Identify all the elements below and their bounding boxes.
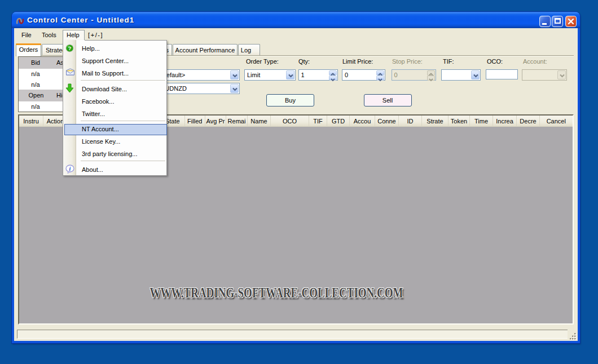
svg-text:i: i xyxy=(69,166,71,172)
svg-text:?: ? xyxy=(68,45,72,51)
